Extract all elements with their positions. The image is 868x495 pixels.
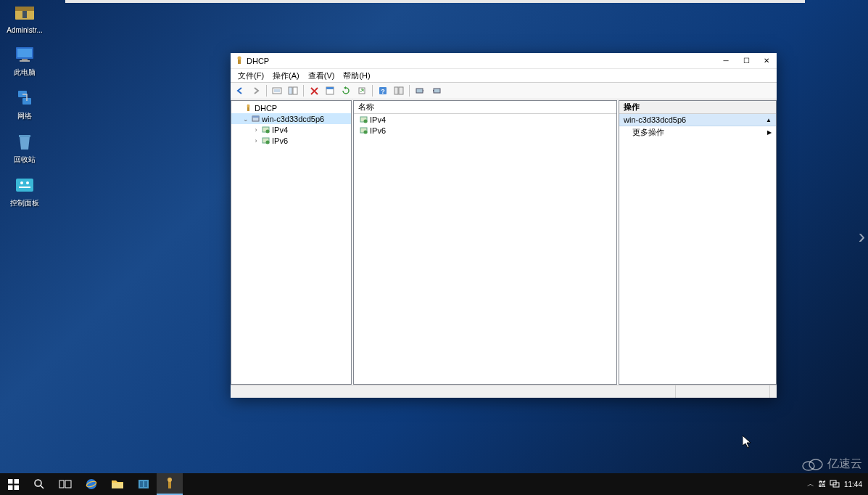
taskbar-server-manager-button[interactable] bbox=[131, 473, 157, 495]
ipv4-icon bbox=[358, 115, 368, 123]
desktop-icon-network[interactable]: 网络 bbox=[3, 88, 46, 121]
taskbar-ie-button[interactable] bbox=[78, 473, 104, 495]
svg-point-12 bbox=[26, 181, 29, 184]
titlebar[interactable]: DHCP ─ ☐ ✕ bbox=[231, 53, 777, 69]
expand-icon[interactable]: › bbox=[252, 126, 260, 134]
forward-button[interactable] bbox=[249, 84, 263, 97]
refresh-button[interactable] bbox=[339, 84, 353, 97]
properties-button[interactable] bbox=[323, 84, 337, 97]
export-button[interactable] bbox=[355, 84, 369, 97]
actions-header: 操作 bbox=[619, 101, 776, 114]
svg-rect-17 bbox=[274, 89, 280, 92]
taskbar-explorer-button[interactable] bbox=[104, 473, 131, 495]
actions-selected-item[interactable]: win-c3d33dcd5p6 ▲ bbox=[619, 114, 776, 126]
menu-file[interactable]: 文件(F) bbox=[233, 70, 268, 81]
tray-overflow-button[interactable]: ︿ bbox=[807, 479, 814, 489]
svg-rect-47 bbox=[8, 485, 13, 490]
content-panes: DHCP ⌄ win-c3d33dcd5p6 › IPv4 › IPv6 名称 bbox=[231, 99, 777, 385]
svg-rect-48 bbox=[14, 485, 19, 490]
collapse-icon: ▲ bbox=[766, 117, 772, 123]
svg-rect-25 bbox=[394, 87, 398, 94]
taskbar-dhcp-button[interactable] bbox=[157, 473, 183, 495]
svg-rect-51 bbox=[59, 480, 64, 488]
svg-rect-1 bbox=[15, 7, 34, 11]
actions-pane: 操作 win-c3d33dcd5p6 ▲ 更多操作 ▶ bbox=[619, 100, 777, 385]
svg-rect-58 bbox=[144, 481, 147, 487]
dhcp-icon bbox=[243, 104, 253, 112]
svg-rect-45 bbox=[8, 479, 13, 484]
list-pane[interactable]: 名称 IPv4 IPv6 bbox=[353, 100, 617, 385]
close-button[interactable]: ✕ bbox=[756, 54, 777, 68]
menu-action[interactable]: 操作(A) bbox=[268, 70, 304, 81]
svg-rect-27 bbox=[416, 89, 423, 93]
svg-line-50 bbox=[41, 486, 44, 488]
svg-point-15 bbox=[238, 56, 241, 60]
tree-root-dhcp[interactable]: DHCP bbox=[231, 102, 351, 113]
list-header-name[interactable]: 名称 bbox=[354, 101, 616, 114]
tray-ime-icon[interactable]: ㍿ bbox=[819, 480, 825, 488]
desktop-icon-label: Administr... bbox=[7, 26, 42, 34]
expand-icon[interactable]: › bbox=[252, 137, 260, 144]
collapse-icon[interactable]: ⌄ bbox=[241, 115, 250, 123]
tree-server[interactable]: ⌄ win-c3d33dcd5p6 bbox=[231, 113, 351, 124]
show-hide-button[interactable] bbox=[286, 84, 300, 97]
svg-rect-2 bbox=[22, 11, 27, 18]
tree-ipv4[interactable]: › IPv4 bbox=[231, 124, 351, 135]
menu-view[interactable]: 查看(V) bbox=[304, 70, 339, 81]
list-item-ipv6[interactable]: IPv6 bbox=[354, 125, 616, 136]
options-button[interactable] bbox=[392, 84, 406, 97]
dhcp-app-icon bbox=[235, 54, 244, 68]
svg-text:?: ? bbox=[381, 88, 385, 95]
server-icon bbox=[250, 115, 260, 123]
tray-network-icon[interactable] bbox=[830, 479, 840, 489]
svg-rect-18 bbox=[289, 87, 292, 94]
ipv6-icon bbox=[358, 126, 368, 134]
desktop-icon-control-panel[interactable]: 控制面板 bbox=[3, 175, 46, 208]
actions-more-operations[interactable]: 更多操作 ▶ bbox=[619, 126, 776, 139]
search-button[interactable] bbox=[26, 473, 52, 495]
svg-rect-52 bbox=[65, 480, 71, 488]
unauthorize-button[interactable] bbox=[429, 84, 443, 97]
statusbar bbox=[231, 385, 777, 398]
minimize-button[interactable]: ─ bbox=[716, 54, 736, 68]
mouse-cursor bbox=[743, 435, 753, 449]
task-view-button[interactable] bbox=[52, 473, 78, 495]
svg-rect-13 bbox=[19, 187, 30, 188]
back-button[interactable] bbox=[233, 84, 247, 97]
start-button[interactable] bbox=[0, 473, 26, 495]
pc-icon bbox=[12, 44, 37, 66]
window-title: DHCP bbox=[247, 57, 716, 65]
menu-help[interactable]: 帮助(H) bbox=[339, 70, 374, 81]
watermark-text: 亿速云 bbox=[827, 457, 862, 472]
list-item-ipv4[interactable]: IPv4 bbox=[354, 114, 616, 125]
next-slide-button[interactable]: › bbox=[859, 225, 865, 248]
svg-rect-46 bbox=[14, 479, 19, 484]
desktop-icon-admin-tools[interactable]: Administr... bbox=[3, 3, 46, 34]
ipv6-icon bbox=[260, 136, 270, 144]
delete-button[interactable] bbox=[307, 84, 321, 97]
menubar: 文件(F) 操作(A) 查看(V) 帮助(H) bbox=[231, 69, 777, 82]
svg-rect-57 bbox=[140, 481, 143, 487]
authorize-button[interactable] bbox=[413, 84, 427, 97]
desktop-icon-recycle-bin[interactable]: 回收站 bbox=[3, 131, 46, 165]
svg-point-11 bbox=[20, 181, 23, 184]
desktop-icon-label: 回收站 bbox=[14, 155, 36, 165]
help-button[interactable]: ? bbox=[376, 84, 390, 97]
svg-point-44 bbox=[809, 459, 822, 470]
svg-rect-55 bbox=[112, 483, 123, 488]
dhcp-window: DHCP ─ ☐ ✕ 文件(F) 操作(A) 查看(V) 帮助(H) ? bbox=[231, 53, 777, 398]
svg-rect-21 bbox=[326, 87, 334, 89]
desktop-icon-this-pc[interactable]: 此电脑 bbox=[3, 44, 46, 78]
tree-pane[interactable]: DHCP ⌄ win-c3d33dcd5p6 › IPv4 › IPv6 bbox=[231, 100, 352, 385]
tray-clock[interactable]: 11:44 bbox=[844, 480, 862, 488]
desktop-icon-label: 此电脑 bbox=[14, 68, 36, 78]
tree-ipv6[interactable]: › IPv6 bbox=[231, 135, 351, 146]
up-button[interactable] bbox=[270, 84, 284, 97]
taskbar: ︿ ㍿ 11:44 bbox=[0, 473, 868, 495]
control-panel-icon bbox=[12, 175, 37, 197]
list-item-label: IPv4 bbox=[370, 115, 386, 124]
tree-label: win-c3d33dcd5p6 bbox=[262, 115, 324, 123]
actions-more-label: 更多操作 bbox=[632, 127, 664, 138]
svg-rect-6 bbox=[20, 60, 30, 62]
maximize-button[interactable]: ☐ bbox=[736, 54, 756, 68]
